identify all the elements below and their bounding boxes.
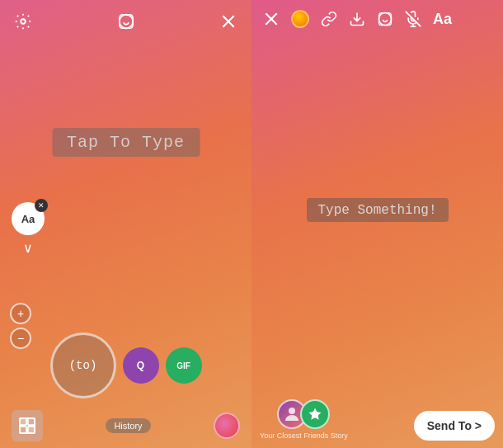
- aa-label: Aa: [21, 213, 35, 225]
- sticker-question[interactable]: Q: [123, 347, 159, 384]
- left-panel: Tap To Type Aa ✕ ∨ + − (to) Q GIF: [0, 0, 252, 448]
- settings-icon[interactable]: [12, 10, 35, 33]
- left-top-bar: [0, 0, 252, 43]
- svg-marker-19: [309, 408, 322, 420]
- svg-rect-8: [20, 426, 26, 432]
- face-sticker-icon[interactable]: [115, 10, 138, 33]
- gallery-button[interactable]: [12, 410, 43, 441]
- left-bottom-bar: History: [0, 403, 252, 448]
- avatar-friends[interactable]: [300, 399, 330, 429]
- chevron-down-icon[interactable]: ∨: [23, 240, 33, 256]
- svg-rect-7: [28, 417, 35, 424]
- mute-icon[interactable]: [405, 11, 421, 27]
- link-icon[interactable]: [321, 11, 337, 27]
- aa-button[interactable]: Aa ✕: [12, 202, 45, 235]
- avatar-group: Your Closest Friends Story: [260, 399, 348, 440]
- svg-point-0: [21, 19, 26, 24]
- download-icon[interactable]: [349, 11, 365, 27]
- right-panel: Aa Type Something!: [252, 0, 503, 448]
- right-top-bar: Aa: [252, 0, 503, 38]
- avatar-label: Your Closest Friends Story: [260, 431, 348, 440]
- tap-to-type-text: Tap To Type: [67, 133, 185, 152]
- svg-point-1: [119, 15, 133, 29]
- color-picker[interactable]: [214, 413, 240, 439]
- sticker-gif[interactable]: GIF: [166, 347, 202, 384]
- minus-button[interactable]: −: [10, 328, 31, 349]
- type-something-text: Type Something!: [317, 203, 436, 218]
- face-icon-right[interactable]: [377, 11, 393, 27]
- tap-to-type-area[interactable]: Tap To Type: [52, 128, 200, 157]
- close-icon-right[interactable]: [263, 11, 280, 27]
- type-something-area[interactable]: Type Something!: [306, 198, 448, 222]
- svg-rect-6: [20, 417, 26, 424]
- aa-close-btn[interactable]: ✕: [35, 199, 48, 212]
- aa-badge: Aa ✕ ∨: [12, 202, 45, 256]
- send-to-button[interactable]: Send To >: [414, 411, 495, 441]
- close-icon-left[interactable]: [217, 10, 240, 33]
- plus-button[interactable]: +: [10, 303, 31, 324]
- text-style-icon[interactable]: Aa: [433, 11, 452, 28]
- side-buttons: + −: [10, 303, 31, 349]
- history-badge[interactable]: History: [106, 418, 150, 433]
- svg-point-18: [289, 408, 295, 414]
- svg-point-13: [379, 13, 392, 26]
- stickers-row: (to) Q GIF: [50, 332, 202, 398]
- right-bottom-bar: Your Closest Friends Story Send To >: [252, 403, 503, 448]
- sticker-to[interactable]: (to): [50, 332, 116, 398]
- svg-rect-9: [28, 426, 35, 432]
- color-ring-icon[interactable]: [291, 10, 309, 28]
